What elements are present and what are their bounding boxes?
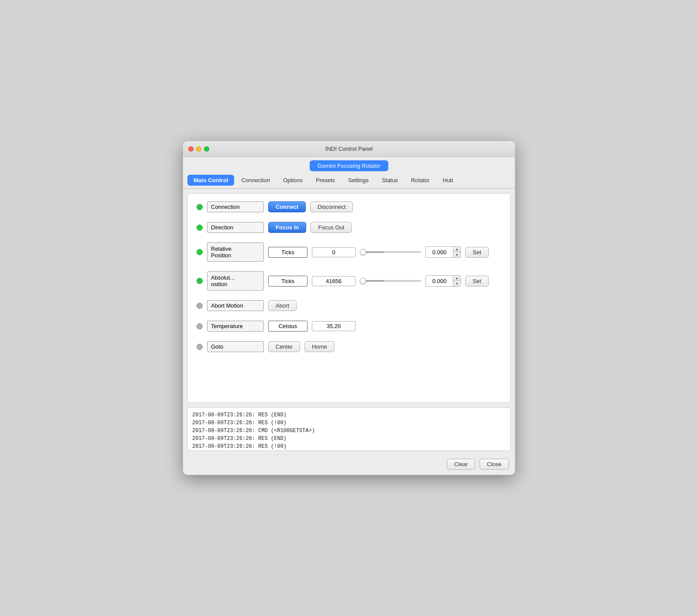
absolute-position-row: Absolut... osition Ticks ▲ ▼ Set — [197, 271, 501, 291]
relative-position-row: Relative Position Ticks ▲ ▼ Set — [197, 242, 501, 262]
temperature-row: Temperature Celsius — [197, 321, 501, 332]
absolute-position-field: Ticks — [268, 276, 308, 287]
relative-position-spinner-down[interactable]: ▼ — [453, 252, 460, 257]
absolute-position-set-button[interactable]: Set — [465, 276, 489, 287]
titlebar: INDI Control Panel — [183, 141, 515, 157]
relative-position-thumb — [360, 249, 366, 255]
tab-hub[interactable]: Hub — [437, 175, 460, 186]
absolute-position-spinner[interactable]: ▲ ▼ — [425, 275, 461, 287]
abort-button[interactable]: Abort — [268, 300, 297, 311]
tabs-bar: Main Control Connection Options Presets … — [183, 175, 515, 189]
temperature-value[interactable] — [312, 321, 356, 331]
relative-position-spinner-input[interactable] — [426, 248, 453, 257]
log-area: 2017-08-09T23:26:26: RES (END) 2017-08-0… — [187, 407, 511, 451]
close-traffic-light[interactable] — [188, 146, 194, 152]
tab-options[interactable]: Options — [277, 175, 309, 186]
absolute-position-label: Absolut... osition — [207, 271, 264, 291]
goto-row: Goto Center Home — [197, 341, 501, 352]
relative-position-slider[interactable] — [360, 251, 421, 253]
relative-position-spinner[interactable]: ▲ ▼ — [425, 246, 461, 258]
focus-out-button[interactable]: Focus Out — [311, 222, 352, 233]
tab-settings[interactable]: Settings — [342, 175, 375, 186]
device-bar: Gemini Focusing Rotator — [183, 157, 515, 175]
tab-presets[interactable]: Presets — [310, 175, 341, 186]
absolute-position-spinner-input[interactable] — [426, 277, 453, 286]
main-window: INDI Control Panel Gemini Focusing Rotat… — [183, 141, 515, 475]
direction-label: Direction — [207, 222, 264, 233]
connection-indicator — [197, 204, 203, 210]
window-title: INDI Control Panel — [325, 145, 373, 152]
connect-button[interactable]: Connect — [268, 201, 306, 212]
connection-row: Connection Connect Disconnect — [197, 201, 501, 212]
log-line-3: 2017-08-09T23:26:26: CMD (<R100GETSTA>) — [192, 427, 506, 435]
absolute-position-thumb — [360, 278, 366, 284]
absolute-position-slider[interactable] — [360, 280, 421, 282]
relative-position-spinner-btns: ▲ ▼ — [453, 247, 460, 257]
tab-connection[interactable]: Connection — [235, 175, 276, 186]
abort-motion-indicator — [197, 303, 203, 309]
absolute-position-spinner-btns: ▲ ▼ — [453, 276, 460, 286]
relative-position-indicator — [197, 249, 203, 255]
tab-main-control[interactable]: Main Control — [187, 175, 234, 186]
device-label: Gemini Focusing Rotator — [310, 160, 388, 171]
temperature-indicator — [197, 323, 203, 329]
direction-row: Direction Focus In Focus Out — [197, 222, 501, 233]
focus-in-button[interactable]: Focus In — [268, 222, 306, 233]
log-line-5: 2017-08-09T23:26:26: RES (!00) — [192, 443, 506, 450]
center-button[interactable]: Center — [268, 341, 300, 352]
absolute-position-value[interactable] — [312, 276, 356, 286]
goto-label: Goto — [207, 341, 264, 352]
fullscreen-traffic-light[interactable] — [204, 146, 209, 152]
relative-position-set-button[interactable]: Set — [465, 247, 489, 258]
goto-indicator — [197, 344, 203, 350]
temperature-label: Temperature — [207, 321, 264, 332]
abort-motion-label: Abort Motion — [207, 300, 264, 311]
absolute-position-indicator — [197, 278, 203, 284]
log-line-2: 2017-08-09T23:26:26: RES (!00) — [192, 419, 506, 427]
close-button[interactable]: Close — [480, 459, 509, 470]
tab-rotator[interactable]: Rotator — [405, 175, 436, 186]
traffic-lights — [188, 146, 209, 152]
absolute-position-spinner-down[interactable]: ▼ — [453, 281, 460, 286]
relative-position-spinner-up[interactable]: ▲ — [453, 247, 460, 252]
direction-indicator — [197, 225, 203, 231]
abort-motion-row: Abort Motion Abort — [197, 300, 501, 311]
home-button[interactable]: Home — [304, 341, 335, 352]
minimize-traffic-light[interactable] — [196, 146, 201, 152]
disconnect-button[interactable]: Disconnect — [310, 201, 353, 212]
connection-label: Connection — [207, 201, 264, 212]
relative-position-value[interactable] — [312, 247, 356, 257]
tab-status[interactable]: Status — [376, 175, 404, 186]
main-content: Connection Connect Disconnect Direction … — [187, 193, 511, 403]
bottom-bar: Clear Close — [183, 455, 515, 475]
log-line-4: 2017-08-09T23:26:26: RES (END) — [192, 435, 506, 443]
relative-position-field: Ticks — [268, 247, 308, 258]
clear-button[interactable]: Clear — [447, 459, 475, 470]
relative-position-label: Relative Position — [207, 242, 264, 262]
log-line-1: 2017-08-09T23:26:26: RES (END) — [192, 411, 506, 419]
absolute-position-spinner-up[interactable]: ▲ — [453, 276, 460, 281]
temperature-field: Celsius — [268, 321, 308, 332]
